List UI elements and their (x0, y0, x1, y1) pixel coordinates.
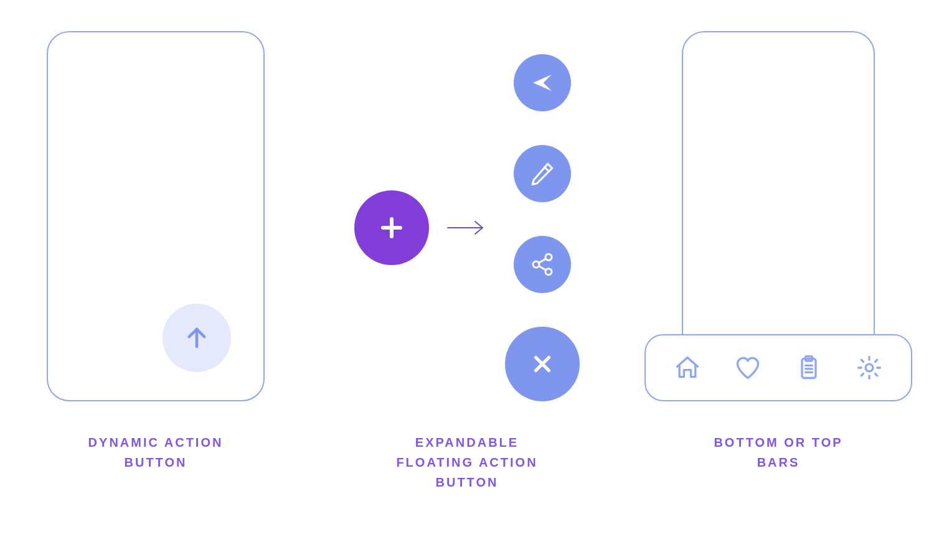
caption-1: DYNAMIC ACTION BUTTON (88, 432, 224, 472)
arrow-right-icon (446, 218, 488, 237)
share-icon (530, 252, 555, 277)
phone-frame-1 (47, 31, 265, 401)
phone3-wrap (641, 31, 915, 401)
arrow-up-icon (184, 325, 210, 351)
close-icon (529, 351, 555, 377)
col-dynamic-action-button: DYNAMIC ACTION BUTTON (6, 31, 305, 472)
fab-row (354, 54, 580, 401)
home-icon[interactable] (674, 354, 701, 381)
svg-line-9 (539, 266, 545, 271)
fab-area (354, 31, 580, 401)
col-expandable-fab: EXPANDABLE FLOATING ACTION BUTTON (318, 31, 616, 492)
heart-icon[interactable] (734, 354, 762, 381)
fab-expanded-main[interactable] (505, 327, 580, 401)
pencil-icon (529, 161, 555, 187)
caption-2-line3: BUTTON (436, 475, 499, 489)
svg-line-8 (539, 259, 545, 263)
plus-icon (377, 213, 407, 243)
fab-expanded-stack (505, 54, 580, 401)
svg-point-17 (866, 364, 873, 371)
caption-3: BOTTOM OR TOP BARS (714, 432, 842, 472)
caption-3-line1: BOTTOM OR TOP (714, 436, 842, 449)
caption-1-line2: BUTTON (125, 455, 187, 469)
caption-2-line1: EXPANDABLE (415, 436, 519, 449)
caption-2-line2: FLOATING ACTION (396, 455, 537, 469)
clipboard-icon[interactable] (795, 354, 823, 381)
caption-3-line2: BARS (757, 455, 800, 469)
send-icon (530, 70, 555, 95)
caption-1-line1: DYNAMIC ACTION (88, 436, 224, 449)
fab-collapsed[interactable] (354, 190, 429, 265)
fab-item-edit[interactable] (514, 145, 571, 202)
dynamic-action-button[interactable] (163, 304, 231, 372)
fab-item-send[interactable] (514, 54, 571, 111)
diagram-row: DYNAMIC ACTION BUTTON (0, 0, 934, 492)
svg-line-4 (545, 167, 549, 172)
col-bottom-top-bars: BOTTOM OR TOP BARS (629, 31, 928, 472)
gear-icon[interactable] (856, 354, 883, 381)
caption-2: EXPANDABLE FLOATING ACTION BUTTON (396, 432, 537, 492)
bottom-bar (644, 334, 912, 401)
phone-frame-3 (682, 31, 875, 380)
fab-item-share[interactable] (514, 236, 571, 293)
transition-arrow (445, 218, 489, 237)
